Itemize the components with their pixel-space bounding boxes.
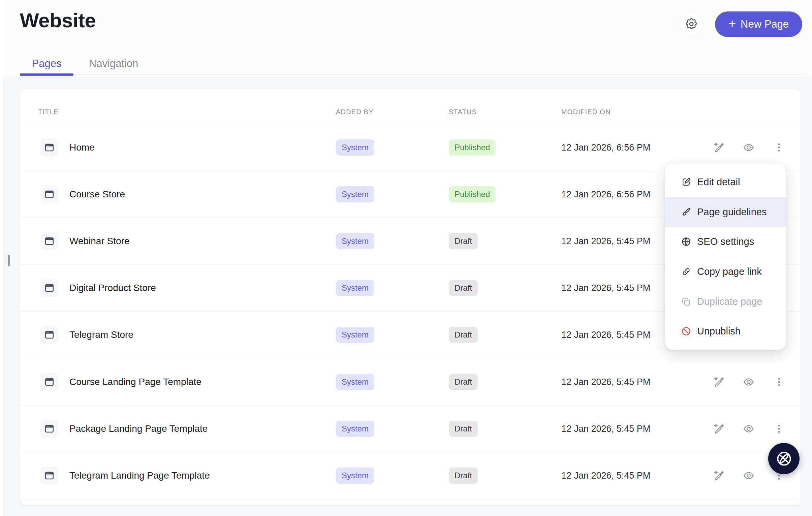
page-row-title: Package Landing Page Template xyxy=(69,423,207,434)
status-badge: Draft xyxy=(449,374,478,390)
modified-on-value: 12 Jan 2026, 6:56 PM xyxy=(561,189,650,200)
added-by-badge: System xyxy=(336,467,374,484)
status-badge: Draft xyxy=(449,421,478,437)
status-badge: Draft xyxy=(449,327,478,343)
active-tab-underline xyxy=(20,73,74,76)
browser-window-icon xyxy=(44,330,55,340)
settings-button[interactable] xyxy=(679,12,703,36)
status-badge: Draft xyxy=(449,280,478,296)
preview-eye-icon[interactable] xyxy=(743,470,754,481)
menu-item-copy-page-link[interactable]: Copy page link xyxy=(665,257,786,286)
ban-icon xyxy=(681,326,691,336)
menu-item-page-guidelines[interactable]: Page guidelines xyxy=(665,197,786,227)
added-by-badge: System xyxy=(336,186,374,203)
brush-icon xyxy=(681,207,691,217)
website-admin-page: Website + New Page Pages Navigation TITL… xyxy=(0,0,812,516)
edit-icon xyxy=(681,177,691,187)
status-badge: Published xyxy=(449,186,496,203)
tabs-divider xyxy=(20,74,802,75)
magic-edit-icon[interactable] xyxy=(713,423,724,434)
column-header-status: STATUS xyxy=(449,108,477,116)
page-tile xyxy=(40,466,58,484)
more-options-icon[interactable] xyxy=(773,423,785,434)
row-actions xyxy=(713,142,785,153)
menu-item-label: Copy page link xyxy=(697,266,762,277)
page-tile xyxy=(40,420,58,437)
more-options-icon[interactable] xyxy=(773,376,785,388)
copy-icon xyxy=(681,296,691,307)
page-row-title: Home xyxy=(69,142,95,153)
browser-window-icon xyxy=(44,236,55,247)
browser-window-icon xyxy=(44,376,55,387)
table-row[interactable]: Package Landing Page Template System Dra… xyxy=(20,405,801,452)
column-header-title: TITLE xyxy=(38,108,58,116)
modified-on-value: 12 Jan 2026, 6:56 PM xyxy=(561,143,650,153)
added-by-badge: System xyxy=(336,233,374,249)
panel-resize-handle[interactable] xyxy=(8,255,10,266)
row-context-menu: Edit detail Page guidelines SEO settings… xyxy=(665,164,786,350)
added-by-badge: System xyxy=(336,327,374,343)
row-actions xyxy=(713,423,785,434)
modified-on-value: 12 Jan 2026, 5:45 PM xyxy=(561,376,650,387)
plus-icon: + xyxy=(728,17,736,30)
modified-on-value: 12 Jan 2026, 5:45 PM xyxy=(561,236,650,247)
status-badge: Draft xyxy=(449,467,478,484)
page-tile xyxy=(40,139,58,157)
more-options-icon[interactable] xyxy=(773,142,785,153)
modified-on-value: 12 Jan 2026, 5:45 PM xyxy=(561,423,650,434)
page-row-title: Webinar Store xyxy=(69,236,129,247)
page-tile xyxy=(40,279,58,297)
preview-eye-icon[interactable] xyxy=(743,423,754,434)
menu-item-label: Page guidelines xyxy=(697,207,766,218)
added-by-badge: System xyxy=(336,140,374,156)
menu-item-label: Edit detail xyxy=(697,177,740,188)
preview-eye-icon[interactable] xyxy=(743,376,754,388)
menu-item-label: SEO settings xyxy=(697,236,754,247)
page-row-title: Course Store xyxy=(69,189,125,200)
preview-eye-icon[interactable] xyxy=(743,142,754,153)
new-page-button-label: New Page xyxy=(741,18,789,30)
left-panel-divider xyxy=(0,0,3,516)
page-tile xyxy=(40,326,58,344)
table-row[interactable]: Course Landing Page Template System Draf… xyxy=(20,358,801,405)
row-actions xyxy=(713,376,785,388)
page-tile xyxy=(40,186,58,204)
menu-item-label: Duplicate page xyxy=(697,296,762,307)
menu-item-edit-detail[interactable]: Edit detail xyxy=(665,167,786,197)
page-row-title: Digital Product Store xyxy=(69,282,156,293)
browser-window-icon xyxy=(44,283,55,293)
menu-item-label: Unpublish xyxy=(697,326,741,337)
tab-navigation[interactable]: Navigation xyxy=(74,54,154,73)
magic-edit-icon[interactable] xyxy=(713,376,724,388)
globe-icon xyxy=(772,446,796,471)
new-page-button[interactable]: + New Page xyxy=(715,11,802,37)
added-by-badge: System xyxy=(336,280,374,296)
page-row-title: Telegram Store xyxy=(69,329,134,340)
page-tile xyxy=(40,233,58,250)
browser-window-icon xyxy=(44,423,55,434)
page-tile xyxy=(40,373,58,391)
modified-on-value: 12 Jan 2026, 5:45 PM xyxy=(561,330,650,340)
column-header-modified-on: MODIFIED ON xyxy=(561,108,611,116)
browser-window-icon xyxy=(44,143,55,153)
browser-window-icon xyxy=(44,189,55,200)
table-header-row: TITLE ADDED BY STATUS MODIFIED ON xyxy=(20,89,801,124)
menu-item-unpublish[interactable]: Unpublish xyxy=(665,316,786,346)
added-by-badge: System xyxy=(336,421,374,437)
column-header-added-by: ADDED BY xyxy=(336,108,374,116)
added-by-badge: System xyxy=(336,374,374,390)
browser-window-icon xyxy=(44,470,55,481)
status-badge: Draft xyxy=(449,233,478,249)
page-title: Website xyxy=(20,9,96,32)
menu-item-seo-settings[interactable]: SEO settings xyxy=(665,227,786,257)
magic-edit-icon[interactable] xyxy=(713,142,724,153)
gear-icon xyxy=(685,17,698,31)
tab-pages[interactable]: Pages xyxy=(20,54,74,73)
modified-on-value: 12 Jan 2026, 5:45 PM xyxy=(561,470,650,481)
page-row-title: Telegram Landing Page Template xyxy=(69,470,210,481)
magic-edit-icon[interactable] xyxy=(713,470,724,481)
menu-item-duplicate-page: Duplicate page xyxy=(665,286,786,316)
table-row[interactable]: Telegram Landing Page Template System Dr… xyxy=(20,452,801,499)
page-row-title: Course Landing Page Template xyxy=(69,376,202,387)
website-globe-button[interactable] xyxy=(768,443,800,474)
